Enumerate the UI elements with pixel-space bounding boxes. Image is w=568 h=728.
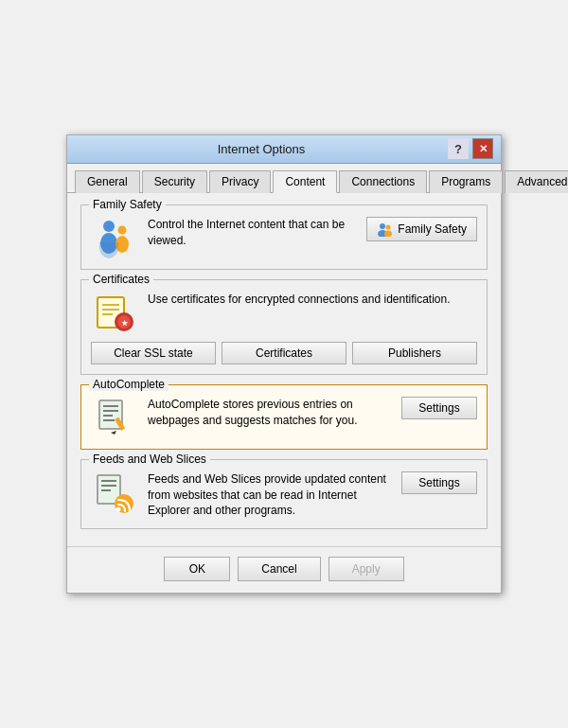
- autocomplete-title: AutoComplete: [89, 378, 169, 391]
- family-safety-description: Control the Internet content that can be…: [148, 217, 357, 249]
- family-safety-btn-icon: [377, 222, 392, 237]
- cancel-button[interactable]: Cancel: [238, 557, 320, 581]
- svg-marker-21: [111, 431, 116, 435]
- family-safety-btn-label: Family Safety: [398, 222, 467, 236]
- svg-point-27: [116, 507, 121, 512]
- tab-programs[interactable]: Programs: [429, 170, 503, 193]
- certificates-inner: ★ Use certificates for encrypted connect…: [91, 292, 477, 334]
- feeds-inner: Feeds and Web Slices provide updated con…: [91, 471, 477, 519]
- certificates-title: Certificates: [89, 273, 153, 286]
- title-bar: Internet Options ? ✕: [67, 135, 501, 164]
- autocomplete-button-area: Settings: [401, 397, 477, 419]
- svg-point-6: [386, 224, 391, 229]
- tab-privacy[interactable]: Privacy: [209, 170, 271, 193]
- svg-point-4: [380, 223, 385, 229]
- clear-ssl-button[interactable]: Clear SSL state: [91, 342, 216, 364]
- tab-content-panel: Family Safety Control the Internet conte…: [67, 193, 501, 546]
- family-safety-inner: Control the Internet content that can be…: [91, 217, 477, 259]
- svg-point-0: [103, 221, 115, 232]
- tab-connections[interactable]: Connections: [339, 170, 427, 193]
- feeds-settings-button[interactable]: Settings: [401, 471, 477, 494]
- feeds-title: Feeds and Web Slices: [89, 453, 210, 466]
- family-safety-button-area: Family Safety: [366, 217, 477, 241]
- certificates-section: Certificates ★ Use certificat: [80, 279, 488, 375]
- certificates-icon: ★: [91, 292, 138, 334]
- feeds-icon: [91, 471, 138, 514]
- svg-point-2: [118, 226, 127, 235]
- family-safety-icon: [91, 217, 138, 259]
- internet-options-window: Internet Options ? ✕ General Security Pr…: [66, 134, 502, 594]
- tab-general[interactable]: General: [75, 170, 140, 193]
- cert-buttons-area: Clear SSL state Certificates Publishers: [91, 342, 477, 364]
- close-button[interactable]: ✕: [472, 138, 493, 159]
- autocomplete-icon-svg: [94, 397, 135, 438]
- family-safety-title: Family Safety: [89, 198, 166, 211]
- ok-button[interactable]: OK: [164, 557, 230, 581]
- certificates-button[interactable]: Certificates: [222, 342, 346, 364]
- svg-text:★: ★: [121, 319, 129, 328]
- feeds-section: Feeds and Web Slices: [80, 459, 488, 529]
- feeds-button-area: Settings: [401, 471, 477, 494]
- family-safety-section: Family Safety Control the Internet conte…: [80, 204, 488, 270]
- title-bar-buttons: ? ✕: [448, 138, 493, 159]
- autocomplete-description: AutoComplete stores previous entries on …: [148, 397, 392, 429]
- apply-button[interactable]: Apply: [328, 557, 404, 581]
- window-title: Internet Options: [75, 142, 448, 156]
- autocomplete-inner: AutoComplete stores previous entries on …: [91, 397, 477, 439]
- footer-buttons: OK Cancel Apply: [67, 546, 501, 593]
- family-safety-button[interactable]: Family Safety: [366, 217, 477, 241]
- autocomplete-section: AutoComplete AutoComplete st: [80, 384, 488, 450]
- tab-bar: General Security Privacy Content Connect…: [67, 164, 501, 193]
- cert-icon-svg: ★: [94, 292, 135, 333]
- tab-content[interactable]: Content: [273, 170, 337, 193]
- feeds-icon-svg: [94, 471, 135, 513]
- publishers-button[interactable]: Publishers: [352, 342, 477, 364]
- family-icon-svg: [94, 217, 135, 258]
- feeds-description: Feeds and Web Slices provide updated con…: [148, 471, 392, 519]
- tab-security[interactable]: Security: [142, 170, 207, 193]
- autocomplete-icon: [91, 397, 138, 439]
- certificates-description: Use certificates for encrypted connectio…: [148, 292, 477, 308]
- help-button[interactable]: ?: [448, 138, 469, 159]
- tab-advanced[interactable]: Advanced: [505, 170, 568, 193]
- autocomplete-settings-button[interactable]: Settings: [401, 397, 477, 419]
